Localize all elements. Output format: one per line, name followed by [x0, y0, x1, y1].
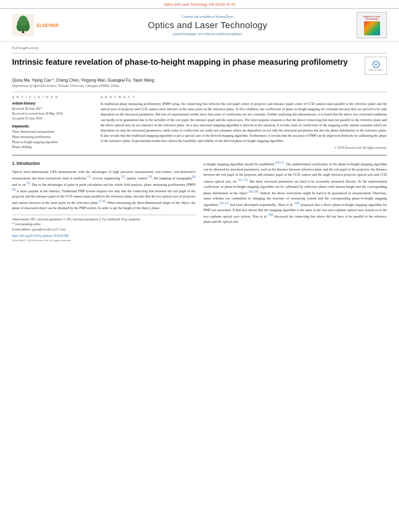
- article-info-col: A R T I C L E I N F O Article history: R…: [12, 95, 93, 150]
- body-divider: [12, 155, 387, 156]
- footnote-email: E-mail address: ypcao@scu.edu.cn (Y. Cao…: [12, 227, 195, 232]
- issn-line: 0030-3992/© 2018 Elsevier Ltd. All right…: [12, 238, 195, 243]
- section1-title: 1. Introduction: [12, 160, 195, 167]
- title-divider: [12, 53, 387, 53]
- footnote-corresponding: * Corresponding author.: [12, 222, 195, 226]
- article-history-heading: Article history:: [12, 101, 93, 105]
- article-info-abstract-section: A R T I C L E I N F O Article history: R…: [12, 95, 387, 150]
- body-col1-para1: Optical three-dimensional (3D) measureme…: [12, 169, 195, 211]
- article-title: Intrinsic feature revelation of phase-to…: [12, 57, 359, 67]
- keyword-3: Phase-to-height mapping algorithm: [12, 140, 93, 145]
- journal-logo-box: Optics & Laser Technology: [357, 12, 387, 38]
- authors-line: Qiuna Ma, Yiping Cao *, Cheng Chen, Ying…: [12, 78, 387, 82]
- check-updates-box: Check for updates: [365, 57, 387, 75]
- received-date: Received 28 June 2017: [12, 107, 93, 111]
- keyword-4: Phases shifting: [12, 145, 93, 150]
- journal-homepage: journal homepage: www.elsevier.com/locat…: [58, 32, 357, 36]
- journal-logo-image: [364, 21, 380, 35]
- keyword-2: Phase measuring profilometry: [12, 135, 93, 140]
- keywords-list: Three-dimensional measurement Phase meas…: [12, 129, 93, 150]
- keywords-heading: Keywords:: [12, 124, 93, 128]
- main-content: Full length article Intrinsic feature re…: [0, 42, 399, 246]
- accepted-date: Accepted 25 June 2018: [12, 116, 93, 121]
- keyword-1: Three-dimensional measurement: [12, 129, 93, 135]
- science-direct-line: Contents lists available at ScienceDirec…: [58, 15, 357, 18]
- journal-title: Optics and Laser Technology: [58, 20, 357, 31]
- check-updates-label: Check for updates: [368, 69, 383, 71]
- article-info-heading: A R T I C L E I N F O: [12, 95, 93, 99]
- svg-point-5: [19, 16, 28, 26]
- journal-header-center: Contents lists available at ScienceDirec…: [58, 15, 357, 36]
- body-col2-para1: to-height mapping algorithm should be es…: [204, 160, 387, 224]
- abstract-text: In traditional phase measuring profilome…: [101, 101, 387, 144]
- footnote-abbreviations: Abbreviations: SP1, structural parameter…: [12, 217, 195, 222]
- check-updates-icon: [372, 61, 380, 68]
- elsevier-logo-area: ELSEVIER: [12, 14, 58, 36]
- body-col-left: 1. Introduction Optical three-dimensiona…: [12, 160, 195, 242]
- copyright-line: © 2018 Elsevier Ltd. All rights reserved…: [101, 146, 387, 150]
- top-journal-ref: Optics and Laser Technology 108 (2018) 4…: [0, 0, 399, 8]
- section-divider: [12, 92, 387, 92]
- journal-header: ELSEVIER Contents lists available at Sci…: [0, 8, 399, 42]
- article-title-section: Intrinsic feature revelation of phase-to…: [12, 57, 387, 75]
- affiliation-line: Department of Opto-Electronics, Sichuan …: [12, 84, 387, 88]
- footnote-area: Abbreviations: SP1, structural parameter…: [12, 215, 195, 232]
- elsevier-tree-icon: [12, 14, 34, 36]
- article-type-label: Full length article: [12, 46, 387, 50]
- elsevier-text: ELSEVIER: [37, 23, 58, 28]
- body-two-col: 1. Introduction Optical three-dimensiona…: [12, 160, 387, 242]
- abstract-heading: A B S T R A C T: [101, 95, 387, 99]
- received-revised-date: Received in revised form 28 May 2018: [12, 111, 93, 116]
- body-col-right: to-height mapping algorithm should be es…: [204, 160, 387, 242]
- abstract-col: A B S T R A C T In traditional phase mea…: [101, 95, 387, 150]
- doi-line[interactable]: https://doi.org/10.1016/j.optlastec.2018…: [12, 234, 195, 238]
